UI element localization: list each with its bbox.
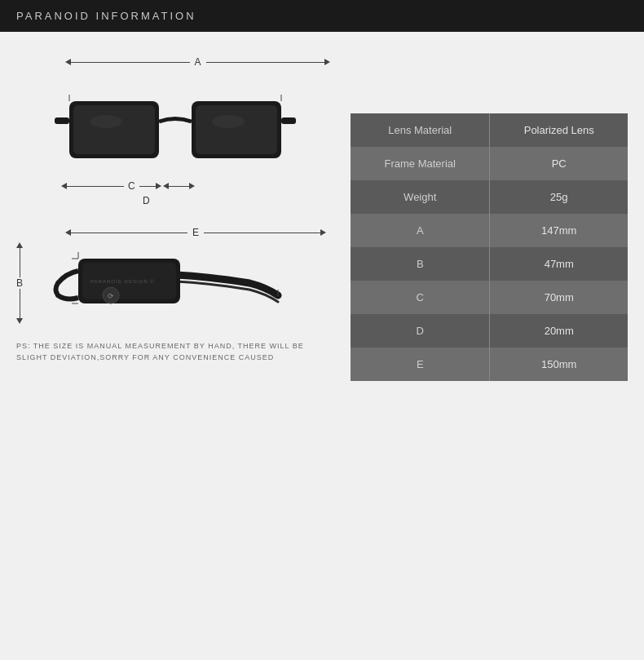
b-line bbox=[20, 248, 20, 277]
dimension-b-arrow: B bbox=[16, 242, 23, 324]
b-arrow-down bbox=[16, 318, 23, 324]
spec-label: Weight bbox=[351, 180, 490, 214]
specs-row: B 47mm bbox=[351, 247, 628, 281]
spec-value: 147mm bbox=[490, 214, 628, 247]
specs-row: C 70mm bbox=[351, 281, 628, 314]
spec-label: C bbox=[351, 281, 490, 314]
spec-value: 150mm bbox=[490, 348, 628, 381]
page-header: PARANOID INFORMATION bbox=[0, 0, 644, 32]
spec-label: B bbox=[351, 247, 490, 281]
spec-value: 20mm bbox=[490, 314, 628, 348]
header-title: PARANOID INFORMATION bbox=[16, 10, 196, 22]
specs-table: Lens Material Polarized Lens Frame Mater… bbox=[351, 113, 628, 381]
c-line bbox=[67, 186, 124, 187]
svg-text:PARANOID DESIGN ©: PARANOID DESIGN © bbox=[90, 279, 155, 284]
specs-row: A 147mm bbox=[351, 214, 628, 247]
specs-row: Lens Material Polarized Lens bbox=[351, 113, 628, 147]
dimension-line-2 bbox=[206, 62, 325, 63]
spec-value: 47mm bbox=[490, 247, 628, 281]
d-arrow-left bbox=[163, 183, 169, 189]
b-line-2 bbox=[20, 289, 20, 318]
glasses-front-view bbox=[16, 77, 334, 175]
spec-label: A bbox=[351, 214, 490, 247]
b-arrow-up bbox=[16, 242, 23, 248]
side-view-row: B PARANOID DESIGN © bbox=[16, 242, 334, 324]
svg-rect-0 bbox=[55, 117, 69, 124]
dimension-a-arrow: A bbox=[65, 56, 330, 68]
measurement-note: PS: THE SIZE IS MANUAL MEASUREMENT BY HA… bbox=[16, 340, 334, 364]
spec-value: 25g bbox=[490, 180, 628, 214]
dimension-line bbox=[71, 62, 190, 63]
dimension-c-label: C bbox=[124, 180, 139, 192]
dimension-d-label: D bbox=[143, 195, 334, 206]
spec-value: Polarized Lens bbox=[490, 113, 628, 147]
dimension-e-arrow: E bbox=[65, 227, 326, 238]
arrow-right bbox=[324, 59, 330, 65]
arrow-left bbox=[65, 59, 71, 65]
d-arrow-right bbox=[189, 183, 195, 189]
svg-point-6 bbox=[90, 115, 122, 128]
dimension-cd-row: C bbox=[61, 179, 334, 193]
specs-section: Lens Material Polarized Lens Frame Mater… bbox=[351, 97, 628, 381]
svg-text:⟳: ⟳ bbox=[108, 292, 114, 300]
svg-rect-5 bbox=[196, 105, 277, 154]
side-glasses-svg: PARANOID DESIGN © ⟳ bbox=[29, 242, 282, 324]
front-view-diagram: A bbox=[16, 48, 334, 206]
c-arrow-right bbox=[156, 183, 161, 189]
c-line-2 bbox=[139, 186, 156, 187]
main-content: A bbox=[0, 32, 644, 654]
svg-rect-1 bbox=[281, 117, 296, 124]
c-arrow-left bbox=[61, 183, 67, 189]
spec-label: D bbox=[351, 314, 490, 348]
spec-label: Lens Material bbox=[351, 113, 490, 147]
dimension-e-label: E bbox=[187, 227, 204, 238]
dimension-b-label: B bbox=[16, 277, 23, 289]
specs-row: D 20mm bbox=[351, 314, 628, 348]
svg-point-7 bbox=[212, 115, 245, 128]
e-line-2 bbox=[204, 233, 320, 233]
specs-row: Frame Material PC bbox=[351, 147, 628, 180]
e-arrow-right bbox=[320, 229, 326, 236]
spec-value: PC bbox=[490, 147, 628, 180]
spec-value: 70mm bbox=[490, 281, 628, 314]
e-line bbox=[71, 233, 187, 233]
d-line bbox=[169, 186, 189, 187]
side-view-diagram: E B bbox=[16, 227, 334, 324]
e-arrow-left bbox=[65, 229, 71, 236]
specs-row: Weight 25g bbox=[351, 180, 628, 214]
svg-rect-4 bbox=[73, 105, 155, 154]
diagram-section: A bbox=[16, 48, 334, 646]
spec-label: Frame Material bbox=[351, 147, 490, 180]
spec-label: E bbox=[351, 348, 490, 381]
dimension-a-label: A bbox=[190, 56, 206, 68]
front-glasses-svg bbox=[53, 77, 298, 175]
specs-row: E 150mm bbox=[351, 348, 628, 381]
